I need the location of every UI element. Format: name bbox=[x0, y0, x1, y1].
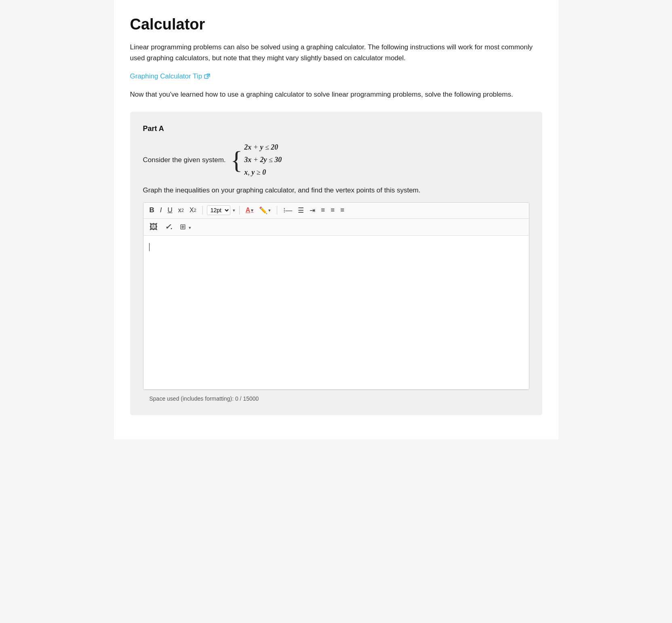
bold-button[interactable]: B bbox=[147, 205, 156, 215]
intro-text: Linear programming problems can also be … bbox=[130, 42, 542, 63]
consider-text: Consider the given system. bbox=[143, 154, 226, 165]
font-size-caret: ▾ bbox=[233, 207, 235, 214]
toolbar-divider-1 bbox=[202, 206, 203, 215]
page-title: Calculator bbox=[130, 12, 542, 37]
equation-3: x, y ≥ 0 bbox=[244, 167, 282, 178]
external-link-icon bbox=[204, 73, 211, 80]
editor-content-area[interactable] bbox=[143, 236, 529, 389]
follow-up-text: Now that you've learned how to use a gra… bbox=[130, 89, 542, 100]
editor-toolbar-row1: B I U x2 X2 8pt 10pt 11pt bbox=[143, 203, 529, 219]
insert-table-button[interactable]: ⊞ ▾ bbox=[178, 221, 193, 232]
graph-instruction: Graph the inequalities on your graphing … bbox=[143, 185, 529, 196]
rich-text-editor: B I U x2 X2 8pt 10pt 11pt bbox=[143, 202, 529, 390]
space-used-label: Space used (includes formatting): 0 / 15… bbox=[150, 395, 259, 402]
unordered-list-button[interactable]: ⁝— bbox=[281, 205, 294, 216]
editor-toolbar-row2: 🖼 ✓. ⊞ ▾ bbox=[143, 219, 529, 236]
insert-image-button[interactable]: 🖼 bbox=[147, 221, 160, 233]
brace-symbol: { bbox=[231, 148, 243, 173]
page-container: Calculator Linear programming problems c… bbox=[114, 0, 558, 439]
font-color-button[interactable]: A ▾ bbox=[244, 205, 256, 215]
align-left-button[interactable]: ≡ bbox=[319, 205, 327, 215]
equation-1: 2x + y ≤ 20 bbox=[244, 141, 282, 153]
graphing-calculator-tip-link[interactable]: Graphing Calculator Tip bbox=[130, 71, 211, 82]
svg-rect-0 bbox=[204, 75, 208, 78]
text-cursor bbox=[149, 243, 150, 251]
subscript-button[interactable]: X2 bbox=[187, 205, 198, 215]
part-a-label: Part A bbox=[143, 123, 529, 135]
insert-formula-button[interactable]: ✓. bbox=[163, 221, 175, 232]
ordered-list-button[interactable]: ☰​ bbox=[296, 205, 306, 216]
superscript-button[interactable]: x2 bbox=[176, 205, 186, 215]
align-right-button[interactable]: ≡ bbox=[338, 205, 346, 215]
underline-button[interactable]: U bbox=[166, 205, 175, 215]
highlight-color-button[interactable]: ✏️ ▾ bbox=[257, 205, 273, 216]
space-used-bar: Space used (includes formatting): 0 / 15… bbox=[143, 390, 529, 407]
problem-card-part-a: Part A Consider the given system. { 2x +… bbox=[130, 112, 542, 416]
font-size-select[interactable]: 8pt 10pt 11pt 12pt 14pt 18pt 24pt 36pt bbox=[207, 205, 230, 215]
equation-2: 3x + 2y ≤ 30 bbox=[244, 154, 282, 166]
italic-button[interactable]: I bbox=[158, 205, 164, 215]
tip-link-label: Graphing Calculator Tip bbox=[130, 71, 202, 82]
align-center-button[interactable]: ≡ bbox=[329, 205, 337, 215]
toolbar-divider-2 bbox=[239, 206, 240, 215]
system-of-equations: { 2x + y ≤ 20 3x + 2y ≤ 30 x, y ≥ 0 bbox=[231, 141, 282, 178]
toolbar-divider-3 bbox=[277, 206, 277, 215]
equations-list: 2x + y ≤ 20 3x + 2y ≤ 30 x, y ≥ 0 bbox=[244, 141, 282, 178]
consider-row: Consider the given system. { 2x + y ≤ 20… bbox=[143, 141, 529, 178]
indent-button[interactable]: ⇥ bbox=[308, 205, 317, 216]
